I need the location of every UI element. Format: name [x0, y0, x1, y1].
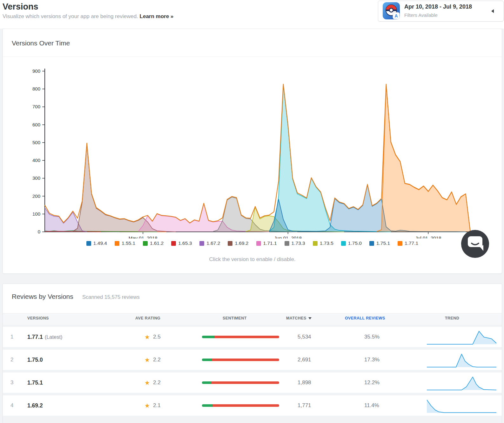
- legend-swatch-icon: [86, 241, 91, 246]
- filter-bar[interactable]: A Apr 10, 2018 - Jul 9, 2018 Filters Ava…: [378, 1, 504, 22]
- legend-item-1.75.0[interactable]: 1.75.0: [341, 240, 362, 246]
- row-rank: 2: [10, 357, 13, 363]
- x-tick-label: Jul 01, 2018: [415, 235, 441, 238]
- legend-item-1.61.2[interactable]: 1.61.2: [143, 240, 164, 246]
- table-row-version-1.69.2[interactable]: 41.69.2★2.11,77111.4%: [3, 395, 502, 416]
- column-header-label: VERSIONS: [27, 316, 49, 320]
- version-label[interactable]: 1.75.0: [27, 357, 43, 363]
- column-header-label: TREND: [445, 316, 459, 320]
- legend-swatch-icon: [285, 241, 289, 246]
- collapse-arrow-icon[interactable]: [491, 9, 494, 13]
- column-header-label: OVERALL REVIEWS: [345, 316, 385, 320]
- chat-bubble-icon[interactable]: [461, 230, 489, 258]
- legend-swatch-icon: [369, 241, 374, 246]
- sentiment-positive-segment: [202, 359, 212, 361]
- column-header-label: SENTIMENT: [223, 316, 247, 320]
- legend-label: 1.75.0: [348, 240, 362, 246]
- star-icon: ★: [144, 333, 150, 341]
- overall-reviews-value: 12.2%: [364, 379, 380, 386]
- x-tick-label: May 01, 2018: [129, 235, 158, 238]
- ave-rating-value: 2.2: [153, 357, 161, 363]
- sentiment-negative-segment: [214, 336, 279, 338]
- chart-card-header: Versions Over Time: [3, 29, 502, 57]
- x-tick-label: Jun 01, 2018: [274, 235, 302, 238]
- star-icon: ★: [144, 379, 150, 386]
- column-header-trend[interactable]: TREND: [445, 316, 459, 320]
- trend-sparkline: [427, 399, 496, 414]
- y-tick-label: 100: [32, 211, 40, 217]
- ave-rating-value: 2.2: [153, 379, 161, 386]
- matches-value: 1,771: [298, 402, 311, 409]
- version-label[interactable]: 1.75.1: [27, 379, 43, 386]
- learn-more-link[interactable]: Learn more »: [140, 13, 174, 19]
- page-subtitle: Visualize which versions of your app are…: [3, 13, 173, 20]
- star-icon: ★: [144, 356, 150, 364]
- reviews-card-title: Reviews by Versions: [12, 293, 73, 300]
- sentiment-positive-segment: [202, 381, 211, 384]
- y-tick-label: 800: [32, 86, 40, 91]
- column-header-ave-rating[interactable]: AVE RATING: [135, 316, 160, 320]
- reviews-by-versions-card: Reviews by Versions Scanned 15,575 revie…: [3, 284, 502, 423]
- column-header-label: MATCHES: [286, 316, 306, 320]
- legend-swatch-icon: [256, 241, 261, 246]
- sentiment-positive-segment: [202, 404, 213, 407]
- y-tick-label: 700: [32, 104, 40, 109]
- legend-item-1.77.1[interactable]: 1.77.1: [398, 240, 418, 246]
- legend-item-1.73.3[interactable]: 1.73.3: [285, 240, 305, 246]
- row-rank: 1: [10, 334, 13, 340]
- y-tick-label: 200: [32, 193, 40, 199]
- legend-item-1.75.1[interactable]: 1.75.1: [369, 240, 390, 246]
- version-label[interactable]: 1.69.2: [27, 402, 43, 409]
- matches-value: 1,898: [298, 379, 311, 386]
- filters-status: Filters Available: [404, 12, 438, 18]
- reviews-table-header: VERSIONSAVE RATINGSENTIMENTMATCHESOVERAL…: [3, 313, 502, 324]
- legend-item-1.55.1[interactable]: 1.55.1: [115, 240, 135, 246]
- table-row-version-1.77.1[interactable]: 11.77.1(Latest)★2.55,53435.5%: [3, 327, 502, 347]
- y-tick-label: 600: [32, 122, 40, 127]
- legend-swatch-icon: [228, 241, 232, 246]
- trend-sparkline: [427, 376, 496, 391]
- sentiment-negative-segment: [211, 381, 279, 384]
- table-row-version-1.75.0[interactable]: 21.75.0★2.22,69117.3%: [3, 350, 502, 370]
- column-header-matches[interactable]: MATCHES: [286, 316, 312, 320]
- chart-card-title: Versions Over Time: [12, 39, 70, 47]
- sort-caret-icon: [308, 317, 312, 319]
- column-header-overall-reviews[interactable]: OVERALL REVIEWS: [345, 316, 385, 320]
- column-header-sentiment[interactable]: SENTIMENT: [223, 316, 247, 320]
- trend-sparkline: [427, 353, 496, 368]
- y-tick-label: 300: [32, 175, 40, 181]
- sentiment-negative-segment: [213, 404, 279, 407]
- legend-swatch-icon: [115, 241, 119, 246]
- row-rank: 4: [10, 402, 13, 409]
- legend-item-1.67.2[interactable]: 1.67.2: [199, 240, 220, 246]
- sentiment-negative-segment: [212, 359, 279, 361]
- reviews-scanned-count: Scanned 15,575 reviews: [82, 294, 140, 300]
- chart-footnote: Click the version to enable / disable.: [3, 256, 502, 263]
- column-header-label: AVE RATING: [135, 316, 160, 320]
- row-rank: 3: [10, 379, 13, 386]
- pokemon-go-app-icon: A: [382, 2, 400, 20]
- sentiment-bar: [202, 336, 279, 338]
- table-row-version-1.75.1[interactable]: 31.75.1★2.21,89812.2%: [3, 373, 502, 393]
- latest-tag: (Latest): [45, 334, 63, 340]
- overall-reviews-value: 17.3%: [364, 357, 380, 363]
- date-range[interactable]: Apr 10, 2018 - Jul 9, 2018: [404, 3, 472, 10]
- legend-item-1.49.4[interactable]: 1.49.4: [86, 240, 107, 246]
- legend-item-1.71.1[interactable]: 1.71.1: [256, 240, 277, 246]
- star-icon: ★: [144, 402, 150, 409]
- column-header-versions[interactable]: VERSIONS: [27, 316, 49, 320]
- legend-item-1.69.2[interactable]: 1.69.2: [228, 240, 248, 246]
- legend-swatch-icon: [313, 241, 318, 246]
- matches-value: 2,691: [298, 357, 311, 363]
- legend-label: 1.73.3: [292, 240, 305, 246]
- trend-sparkline: [427, 330, 496, 345]
- ave-rating-value: 2.5: [153, 334, 161, 340]
- overall-reviews-value: 11.4%: [364, 402, 379, 409]
- overall-reviews-value: 35.5%: [364, 334, 380, 340]
- legend-item-1.73.5[interactable]: 1.73.5: [313, 240, 333, 246]
- version-label[interactable]: 1.77.1(Latest): [27, 334, 63, 340]
- app-store-badge-letter: A: [394, 13, 398, 18]
- page-subtitle-text: Visualize which versions of your app are…: [3, 13, 140, 19]
- sentiment-positive-segment: [202, 336, 214, 338]
- legend-item-1.65.3[interactable]: 1.65.3: [171, 240, 192, 246]
